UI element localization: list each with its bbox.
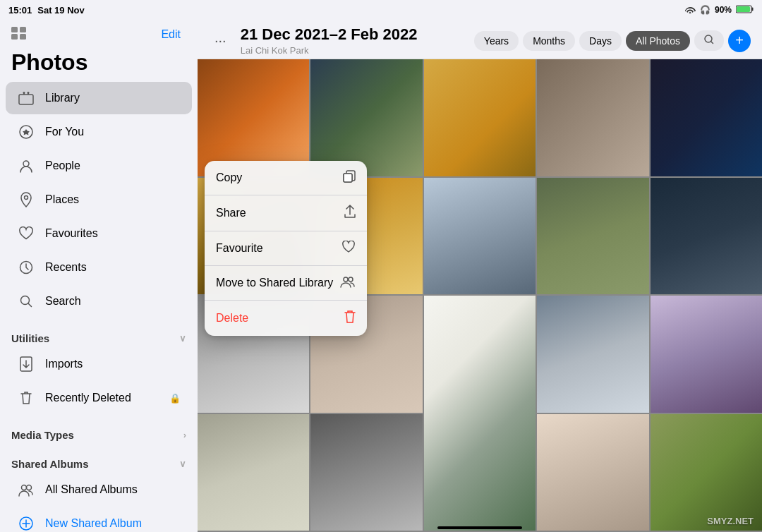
context-menu-share[interactable]: Share xyxy=(205,195,367,231)
media-types-section-header: Media Types › xyxy=(0,423,198,444)
svg-rect-2 xyxy=(737,6,750,12)
recents-icon xyxy=(17,258,35,277)
favourite-icon xyxy=(341,241,356,256)
date: Sat 19 Nov xyxy=(37,5,84,16)
media-types-chevron: › xyxy=(183,430,186,440)
svg-rect-1 xyxy=(752,7,754,11)
sidebar-item-library[interactable]: Library xyxy=(6,82,192,114)
svg-rect-4 xyxy=(20,27,26,32)
sidebar-item-recently-deleted[interactable]: Recently Deleted 🔒 xyxy=(6,382,192,414)
favourites-icon xyxy=(17,224,35,243)
share-icon xyxy=(344,205,356,222)
new-shared-album-icon xyxy=(17,514,35,532)
svg-rect-3 xyxy=(11,27,18,32)
svg-point-13 xyxy=(23,161,29,167)
context-menu-delete[interactable]: Delete xyxy=(205,301,367,336)
status-left: 15:01 Sat 19 Nov xyxy=(8,5,85,16)
utilities-section-header: Utilities ∨ xyxy=(0,327,198,347)
context-menu-overlay: Copy Share xyxy=(198,20,762,532)
delete-label: Delete xyxy=(216,312,344,325)
sidebar-for-you-label: For You xyxy=(45,126,181,138)
sidebar-people-label: People xyxy=(45,159,181,172)
sidebar-title: Photos xyxy=(0,47,198,81)
copy-icon xyxy=(343,170,356,186)
sidebar-search-label: Search xyxy=(45,295,181,308)
shared-library-icon xyxy=(340,275,356,291)
sidebar-item-favourites[interactable]: Favourites xyxy=(6,217,192,250)
content-area: ··· 21 Dec 2021–2 Feb 2022 Lai Chi Kok P… xyxy=(198,20,762,532)
status-right: 🎧 90% xyxy=(684,5,754,16)
media-types-label: Media Types xyxy=(11,429,74,441)
sidebar-new-shared-album-label: New Shared Album xyxy=(45,517,181,530)
utilities-chevron: ∨ xyxy=(179,333,186,344)
svg-point-18 xyxy=(22,485,27,490)
sidebar-recently-deleted-label: Recently Deleted xyxy=(45,392,155,404)
svg-rect-5 xyxy=(11,34,18,40)
headphones-icon: 🎧 xyxy=(700,5,710,15)
svg-point-19 xyxy=(27,485,32,490)
svg-rect-25 xyxy=(344,174,352,182)
sidebar-item-all-shared-albums[interactable]: All Shared Albums xyxy=(6,473,192,506)
share-label: Share xyxy=(216,207,344,219)
context-menu: Copy Share xyxy=(205,161,367,336)
battery-label: 90% xyxy=(715,5,732,15)
sidebar-header-icon xyxy=(11,27,27,43)
delete-icon xyxy=(344,310,356,327)
shared-albums-chevron: ∨ xyxy=(179,459,186,469)
main-layout: Edit Photos Library xyxy=(0,20,762,532)
sidebar: Edit Photos Library xyxy=(0,20,198,532)
copy-label: Copy xyxy=(216,171,343,184)
svg-rect-6 xyxy=(20,34,26,40)
sidebar-header: Edit xyxy=(0,20,198,47)
status-bar: 15:01 Sat 19 Nov 🎧 90% xyxy=(0,0,762,20)
sidebar-places-label: Places xyxy=(45,193,181,206)
sidebar-imports-label: Imports xyxy=(45,358,181,370)
context-menu-copy[interactable]: Copy xyxy=(205,161,367,195)
recently-deleted-icon xyxy=(17,389,35,407)
shared-albums-label: Shared Albums xyxy=(11,458,88,470)
context-menu-favourite[interactable]: Favourite xyxy=(205,231,367,266)
people-icon xyxy=(17,157,35,175)
context-menu-move-to-shared-library[interactable]: Move to Shared Library xyxy=(205,266,367,301)
imports-icon xyxy=(17,355,35,373)
sidebar-recents-label: Recents xyxy=(45,261,181,274)
search-icon xyxy=(17,292,35,310)
favourite-label: Favourite xyxy=(216,242,341,255)
for-you-icon xyxy=(17,123,35,141)
sidebar-item-imports[interactable]: Imports xyxy=(6,348,192,380)
sidebar-item-search[interactable]: Search xyxy=(6,285,192,318)
wifi-icon xyxy=(684,5,696,16)
time: 15:01 xyxy=(8,5,32,16)
sidebar-all-shared-albums-label: All Shared Albums xyxy=(45,483,181,496)
sidebar-item-for-you[interactable]: For You xyxy=(6,116,192,148)
svg-point-26 xyxy=(344,277,348,282)
sidebar-item-recents[interactable]: Recents xyxy=(6,251,192,284)
sidebar-item-new-shared-album[interactable]: New Shared Album xyxy=(6,507,192,532)
library-icon xyxy=(17,89,35,107)
utilities-label: Utilities xyxy=(11,332,49,344)
sidebar-favourites-label: Favourites xyxy=(45,227,181,240)
svg-point-27 xyxy=(349,277,353,282)
svg-point-14 xyxy=(25,196,28,200)
shared-albums-section-header: Shared Albums ∨ xyxy=(0,452,198,473)
battery-icon xyxy=(736,5,754,16)
sidebar-item-people[interactable]: People xyxy=(6,150,192,182)
lock-icon: 🔒 xyxy=(169,393,181,404)
sidebar-item-places[interactable]: Places xyxy=(6,183,192,216)
move-to-shared-library-label: Move to Shared Library xyxy=(216,277,340,289)
edit-button[interactable]: Edit xyxy=(155,25,186,44)
sidebar-library-label: Library xyxy=(45,92,181,104)
places-icon xyxy=(17,191,35,209)
all-shared-albums-icon xyxy=(17,480,35,499)
svg-rect-7 xyxy=(19,95,33,104)
